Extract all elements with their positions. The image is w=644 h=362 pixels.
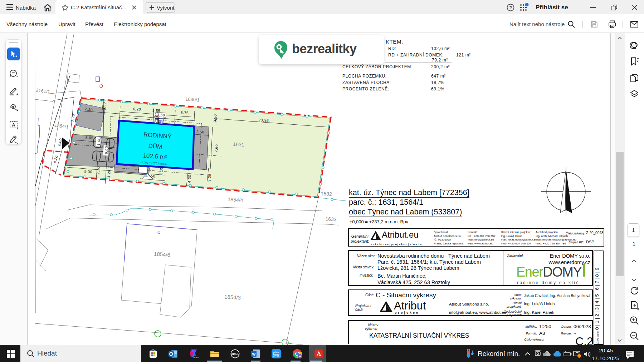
svg-text:M365: M365 [193, 356, 199, 358]
svg-text:1564/1: 1564/1 [54, 122, 69, 129]
svg-text:1854/4: 1854/4 [228, 197, 243, 203]
svg-text:5,75: 5,75 [180, 110, 189, 115]
svg-text:3,50: 3,50 [213, 114, 218, 122]
svg-text:1,56: 1,56 [155, 115, 160, 123]
svg-text:6,20: 6,20 [133, 106, 141, 111]
svg-text:1854/6: 1854/6 [154, 251, 171, 258]
svg-text:1854/3: 1854/3 [224, 293, 241, 301]
svg-text:2,60: 2,60 [57, 138, 63, 147]
svg-text:2,70: 2,70 [96, 166, 101, 174]
svg-text:4,20: 4,20 [106, 169, 111, 178]
svg-text:3,25: 3,25 [207, 173, 212, 182]
svg-text:3,50: 3,50 [101, 102, 106, 110]
svg-text:1632: 1632 [321, 190, 332, 197]
svg-text:79,2 m²: 79,2 m² [432, 58, 448, 63]
svg-text:2161/1: 2161/1 [35, 87, 50, 94]
svg-text:7,20: 7,20 [70, 114, 75, 122]
svg-text:DELL: DELL [231, 352, 239, 356]
svg-text:4,20: 4,20 [187, 174, 192, 183]
svg-text:video: video [273, 353, 279, 356]
svg-text:?: ? [509, 5, 512, 10]
svg-text:1630/1: 1630/1 [185, 96, 200, 103]
svg-text:18,7%: 18,7% [431, 80, 444, 85]
svg-text:647 m²: 647 m² [431, 74, 446, 79]
svg-text:2,50: 2,50 [196, 129, 204, 134]
svg-text:1631: 1631 [233, 141, 244, 148]
svg-text:A: A [12, 122, 15, 128]
svg-text:KTEM:: KTEM: [386, 39, 403, 45]
svg-text:1,60: 1,60 [96, 137, 101, 145]
svg-text:DŮM: DŮM [148, 143, 162, 150]
svg-text:CELKOVÝ ZÁBOR PROJEKTEM:: CELKOVÝ ZÁBOR PROJEKTEM: [342, 64, 413, 69]
svg-text:M: M [299, 355, 301, 358]
svg-text:23,95: 23,95 [258, 118, 269, 123]
svg-text:121 m²: 121 m² [456, 53, 471, 58]
svg-text:8,05: 8,05 [85, 135, 93, 140]
svg-text:4,20: 4,20 [52, 155, 58, 164]
svg-text:200,2 m²: 200,2 m² [431, 64, 450, 69]
svg-text:102,6 m²: 102,6 m² [431, 46, 450, 51]
svg-text:RD:: RD: [388, 46, 396, 51]
svg-text:PLOCHA POZEMKU:: PLOCHA POZEMKU: [342, 74, 387, 79]
svg-text:1633: 1633 [325, 216, 337, 222]
svg-text:PROCENTO ZELENĚ:: PROCENTO ZELENĚ: [342, 86, 389, 91]
svg-text:2,35: 2,35 [158, 167, 164, 175]
svg-text:W: W [252, 352, 256, 356]
svg-text:7,60: 7,60 [214, 144, 219, 152]
svg-text:13,50: 13,50 [145, 173, 156, 178]
svg-text:RD + ZAHRADNÍ DOMEK:: RD + ZAHRADNÍ DOMEK: [388, 52, 444, 58]
svg-text:6,00: 6,00 [104, 146, 109, 154]
svg-text:69,1%: 69,1% [431, 86, 444, 91]
svg-text:ZASTAVENÁ PLOCHA:: ZASTAVENÁ PLOCHA: [342, 80, 391, 85]
svg-text:9,30: 9,30 [84, 169, 92, 174]
